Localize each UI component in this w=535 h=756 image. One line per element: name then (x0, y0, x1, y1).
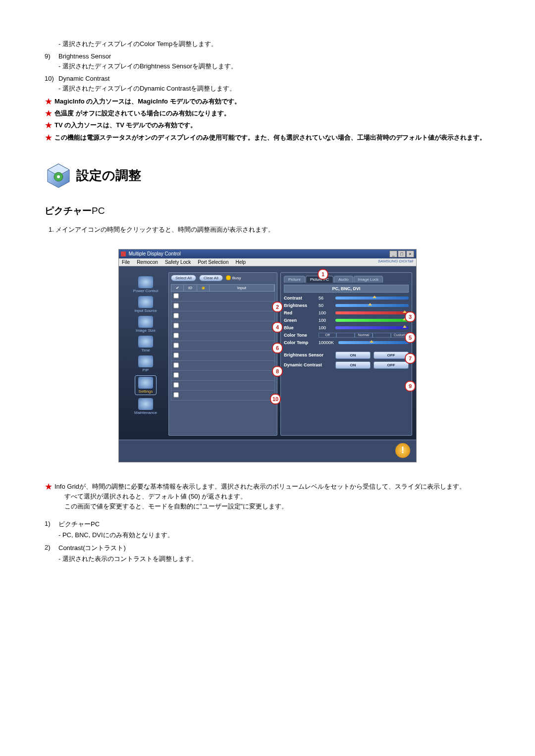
window-controls: _□× (389, 251, 414, 257)
callout-7: 7 (405, 353, 416, 364)
select-all-button[interactable]: Select All (171, 275, 196, 281)
table-row[interactable] (171, 331, 275, 341)
sidebar-item-power-control[interactable]: Power Control (133, 276, 159, 293)
menu-port-selection[interactable]: Port Selection (198, 259, 228, 265)
slider-thumb-icon (403, 325, 407, 328)
sidebar-item-settings[interactable]: Settings (135, 375, 157, 395)
row-checkbox[interactable] (173, 333, 178, 338)
sidebar-item-maintenance[interactable]: Maintenance (134, 398, 157, 415)
maximize-icon[interactable]: □ (398, 251, 406, 257)
sidebar-item-image-size[interactable]: Image Size (136, 316, 156, 333)
color-temp-row: Color Temp 10000K (284, 340, 409, 345)
table-row[interactable] (171, 302, 275, 311)
slider-thumb-icon (368, 303, 372, 305)
minimize-icon[interactable]: _ (389, 251, 397, 257)
dynamic-contrast-label: Dynamic Contrast (284, 362, 335, 367)
menu-file[interactable]: File (122, 259, 130, 265)
table-row[interactable] (171, 292, 275, 302)
color-temp-value: 10000K (319, 340, 338, 345)
blue-slider[interactable] (335, 326, 409, 329)
table-row[interactable] (171, 341, 275, 351)
color-tone-bar[interactable]: Off Normal Custom (319, 333, 409, 338)
color-tone-row: Color Tone Off Normal Custom (284, 333, 409, 338)
table-row[interactable] (171, 321, 275, 331)
row-checkbox[interactable] (173, 362, 178, 367)
brightness-slider[interactable] (335, 304, 409, 307)
pip-icon (138, 355, 153, 367)
maintenance-icon (138, 398, 153, 410)
item-title: ピクチャーPC (58, 520, 490, 529)
sidebar-item-pip[interactable]: PIP (138, 355, 153, 372)
contrast-slider[interactable] (335, 297, 409, 300)
item-title: Contrast(コントラスト) (58, 544, 490, 553)
note-text: 色温度 がオフに設定されている場合にのみ有効になります。 (54, 109, 490, 118)
menu-help[interactable]: Help (235, 259, 246, 265)
tone-seg (373, 333, 390, 338)
table-row[interactable] (171, 361, 275, 371)
table-row[interactable] (171, 351, 275, 361)
app-icon (121, 252, 126, 256)
instruction-text: 1. メインアイコンの時間をクリックすると、時間の調整画面が表示されます。 (45, 225, 490, 234)
table-row[interactable] (171, 391, 275, 401)
tone-seg: Off (319, 333, 336, 338)
row-checkbox[interactable] (173, 392, 178, 397)
note-sub1: すべて選択が選択されると、デフォルト値 (50) が返されます。 (64, 492, 490, 501)
item-title: Dynamic Contrast (58, 75, 490, 82)
note-item: ★ Info Gridが、時間の調整に必要な基本情報を表示します。選択された表示… (45, 482, 490, 512)
sidebar: Power Control Input Source Image Size Ti… (123, 272, 168, 436)
row-checkbox[interactable] (173, 293, 178, 298)
list-item: 2) Contrast(コントラスト) (45, 544, 490, 553)
on-button[interactable]: ON (335, 352, 371, 359)
star-icon: ★ (45, 97, 54, 106)
table-row[interactable] (171, 371, 275, 381)
menu-safety-lock[interactable]: Safety Lock (165, 259, 191, 265)
off-button[interactable]: OFF (374, 352, 409, 359)
off-button[interactable]: OFF (374, 361, 409, 369)
menu-remocon[interactable]: Remocon (137, 259, 158, 265)
callout-9: 9 (405, 381, 416, 392)
window-title-text: Multiple Display Control (129, 251, 181, 256)
contrast-label: Contrast (284, 296, 319, 301)
settings-cube-icon (45, 162, 72, 190)
sub-heading: ピクチャーPC (45, 204, 490, 217)
row-checkbox[interactable] (173, 353, 178, 357)
close-icon[interactable]: × (406, 251, 414, 257)
list-item: 1) ピクチャーPC (45, 520, 490, 529)
red-slider[interactable] (335, 311, 409, 314)
row-checkbox[interactable] (173, 303, 178, 308)
row-checkbox[interactable] (173, 323, 178, 328)
green-slider[interactable] (335, 319, 409, 322)
mdc-main: Select All Clear All Busy ✔ ID ◉ Input (168, 272, 412, 436)
brightness-sensor-toggle: ON OFF (335, 352, 409, 359)
sidebar-item-input-source[interactable]: Input Source (134, 296, 157, 313)
mdc-body: Power Control Input Source Image Size Ti… (119, 266, 416, 440)
brightness-label: Brightness (284, 303, 319, 308)
tab-picture[interactable]: Picture (284, 276, 305, 283)
table-row[interactable] (171, 381, 275, 391)
table-row[interactable] (171, 311, 275, 321)
on-button[interactable]: ON (335, 361, 371, 369)
slider-thumb-icon (370, 340, 374, 343)
note-item: ★ この機能は電源ステータスがオンのディスプレイのみ使用可能です。また、何も選択… (45, 133, 490, 142)
row-checkbox[interactable] (173, 382, 178, 387)
item-desc: - PC, BNC, DVIにのみ有効となります。 (58, 531, 490, 540)
clear-all-button[interactable]: Clear All (199, 275, 223, 281)
row-checkbox[interactable] (173, 372, 178, 377)
row-checkbox[interactable] (173, 343, 178, 348)
item-number: 2) (45, 544, 58, 553)
tab-audio[interactable]: Audio (334, 276, 353, 283)
row-checkbox[interactable] (173, 313, 178, 318)
tab-image-lock[interactable]: Image Lock (354, 276, 383, 283)
star-icon: ★ (45, 109, 54, 118)
callout-10: 10 (270, 394, 281, 404)
slider-thumb-icon (373, 296, 376, 298)
dynamic-contrast-row: Dynamic Contrast ON OFF (284, 361, 409, 369)
sidebar-item-time[interactable]: Time (138, 336, 153, 353)
star-icon: ★ (45, 482, 54, 491)
mdc-window: Multiple Display Control _□× File Remoco… (118, 249, 417, 462)
red-value: 100 (319, 310, 335, 315)
green-value: 100 (319, 318, 335, 323)
callout-2: 2 (272, 302, 283, 312)
note-item: ★ 色温度 がオフに設定されている場合にのみ有効になります。 (45, 109, 490, 118)
color-temp-slider[interactable] (338, 341, 409, 344)
